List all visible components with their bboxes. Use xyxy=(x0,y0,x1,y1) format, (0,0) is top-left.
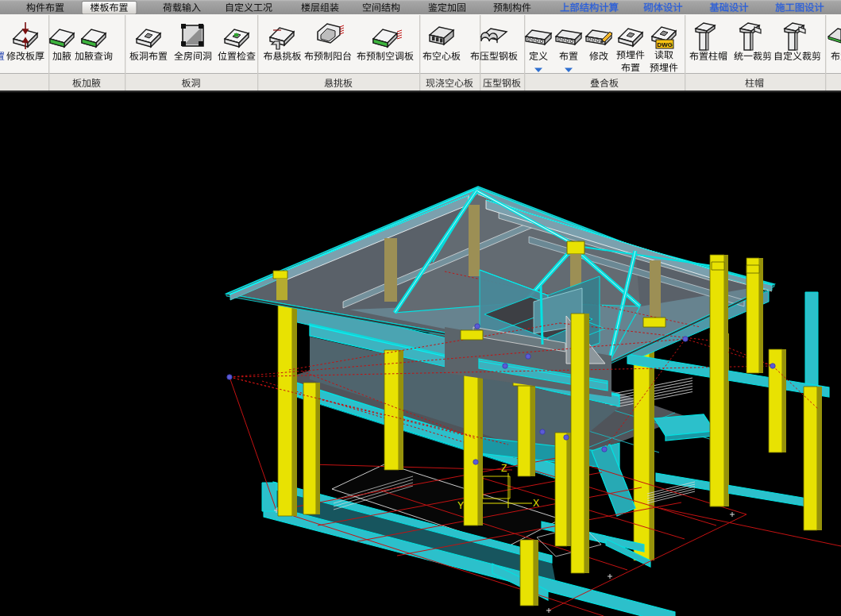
svg-text:Y: Y xyxy=(457,500,464,511)
svg-text:DWG: DWG xyxy=(657,41,673,48)
svg-text:Z: Z xyxy=(501,463,507,474)
svg-text:X: X xyxy=(533,498,539,509)
